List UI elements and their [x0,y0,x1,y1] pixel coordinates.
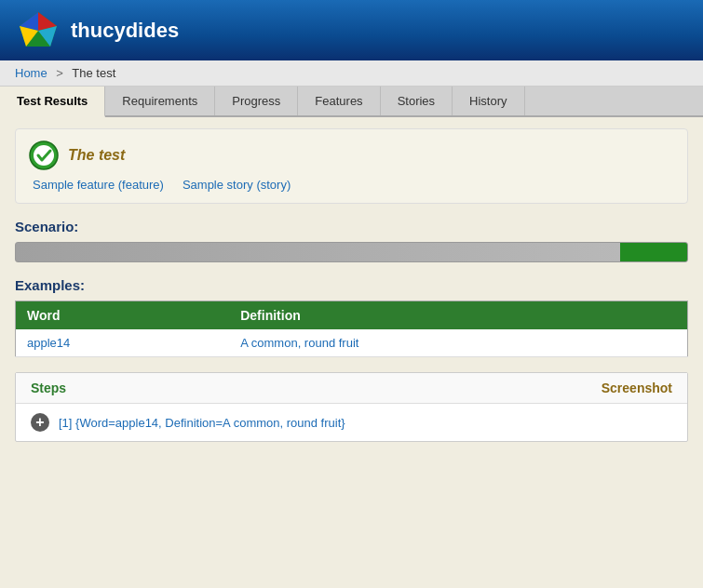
test-title-section: The test Sample feature (feature) Sample… [15,128,688,204]
feature-link[interactable]: Sample feature (feature) [33,178,164,192]
steps-header: Steps Screenshot [16,373,687,404]
tabs-bar: Test Results Requirements Progress Featu… [0,87,703,117]
cell-definition: A common, round fruit [229,329,687,357]
tab-test-results[interactable]: Test Results [0,87,105,117]
table-row: apple14 A common, round fruit [16,329,688,357]
tab-features[interactable]: Features [298,87,380,115]
test-title-label: The test [68,147,125,164]
status-pass-icon [29,140,59,170]
col-definition: Definition [229,301,687,330]
header: thucydides [0,0,703,60]
story-link[interactable]: Sample story (story) [183,178,291,192]
test-links: Sample feature (feature) Sample story (s… [29,178,674,192]
breadcrumb: Home > The test [0,60,703,87]
examples-label: Examples: [15,277,688,293]
test-title-row: The test [29,140,674,170]
svg-point-6 [34,145,54,166]
scenario-label: Scenario: [15,219,688,234]
tab-requirements[interactable]: Requirements [105,87,215,115]
logo-icon [15,7,61,54]
breadcrumb-current: The test [72,66,115,80]
scenario-progress-bar [15,242,688,262]
main-content: The test Sample feature (feature) Sample… [0,117,703,453]
steps-label: Steps [31,381,66,395]
examples-section: Examples: Word Definition apple14 A comm… [15,277,688,357]
logo-text: thucydides [71,19,179,43]
breadcrumb-home-link[interactable]: Home [15,66,47,80]
cell-word: apple14 [16,329,230,357]
tab-stories[interactable]: Stories [381,87,453,115]
scenario-section: Scenario: [15,219,688,262]
tab-progress[interactable]: Progress [215,87,298,115]
step-text: [1] {Word=apple14, Definition=A common, … [59,416,345,430]
steps-section: Steps Screenshot + [1] {Word=apple14, De… [15,372,688,442]
breadcrumb-separator: > [56,66,63,80]
screenshot-label: Screenshot [602,381,672,395]
col-word: Word [16,301,230,330]
logo-container: thucydides [15,7,179,54]
tab-history[interactable]: History [453,87,524,115]
step-expand-icon[interactable]: + [31,413,49,432]
examples-table: Word Definition apple14 A common, round … [15,301,688,357]
step-row: + [1] {Word=apple14, Definition=A common… [16,404,687,441]
